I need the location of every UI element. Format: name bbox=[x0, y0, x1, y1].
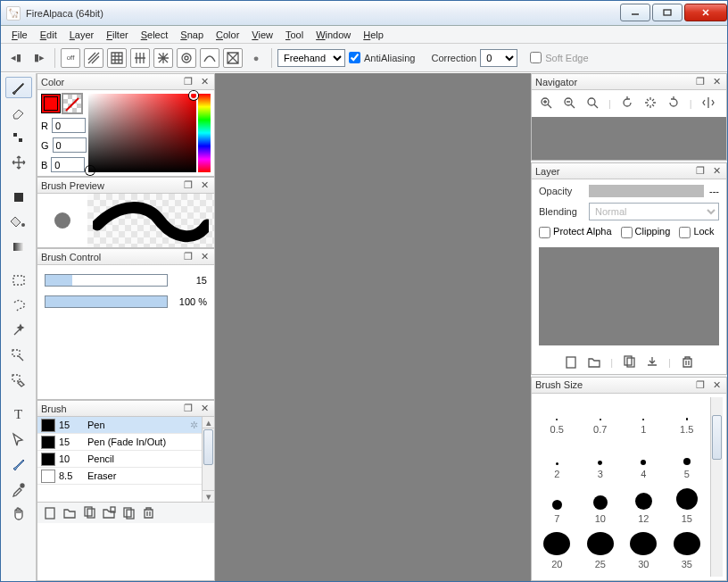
snap-off-button[interactable]: off bbox=[61, 48, 80, 68]
correction-select[interactable]: 0 bbox=[480, 49, 517, 67]
maximize-button[interactable] bbox=[652, 4, 682, 21]
copy-brush-button[interactable] bbox=[121, 505, 136, 521]
snap-grid-button[interactable] bbox=[107, 48, 127, 68]
menu-snap[interactable]: Snap bbox=[175, 28, 209, 42]
opacity-slider[interactable] bbox=[45, 295, 168, 308]
undock-icon[interactable]: ❐ bbox=[182, 76, 194, 88]
select-rect-tool[interactable] bbox=[5, 270, 32, 291]
close-icon[interactable]: ✕ bbox=[198, 179, 211, 192]
close-icon[interactable]: ✕ bbox=[710, 76, 723, 88]
undock-icon[interactable]: ❐ bbox=[182, 251, 194, 263]
new-folder-button[interactable] bbox=[587, 354, 601, 370]
menu-layer[interactable]: Layer bbox=[64, 28, 100, 42]
brushsize-scrollbar[interactable] bbox=[710, 397, 723, 577]
text-tool[interactable]: T bbox=[5, 403, 32, 425]
delete-brush-button[interactable] bbox=[141, 505, 155, 521]
brush-size-cell[interactable]: 3 bbox=[579, 442, 623, 479]
select-lasso-tool[interactable] bbox=[5, 295, 32, 316]
redo-button[interactable]: ▮▸ bbox=[29, 48, 49, 68]
minimize-button[interactable] bbox=[620, 4, 650, 21]
brush-size-cell[interactable]: 0.5 bbox=[535, 397, 579, 435]
snap-radial-button[interactable] bbox=[153, 48, 173, 68]
size-slider[interactable] bbox=[45, 274, 168, 287]
clipping-checkbox[interactable]: Clipping bbox=[621, 226, 671, 238]
rotate-reset-icon[interactable] bbox=[643, 96, 658, 112]
undock-icon[interactable]: ❐ bbox=[182, 179, 194, 192]
antialias-checkbox[interactable] bbox=[349, 52, 360, 63]
rotate-cw-icon[interactable] bbox=[666, 96, 681, 112]
brush-row[interactable]: 15Pen✲ bbox=[37, 417, 202, 434]
undock-icon[interactable]: ❐ bbox=[694, 76, 707, 88]
menu-color[interactable]: Color bbox=[211, 28, 244, 42]
select-eraser-tool[interactable] bbox=[5, 370, 32, 391]
menu-select[interactable]: Select bbox=[136, 28, 174, 42]
draw-mode-select[interactable]: Freehand bbox=[277, 49, 345, 67]
rotate-ccw-icon[interactable] bbox=[620, 96, 634, 112]
undo-button[interactable]: ◂▮ bbox=[6, 48, 26, 68]
g-input[interactable] bbox=[53, 137, 87, 153]
menu-view[interactable]: View bbox=[246, 28, 278, 42]
undock-icon[interactable]: ❐ bbox=[694, 165, 707, 178]
dup-brush-button[interactable] bbox=[82, 505, 96, 521]
operation-tool[interactable] bbox=[5, 428, 32, 450]
save-brush-button[interactable] bbox=[102, 505, 116, 521]
snap-curve-button[interactable] bbox=[200, 48, 219, 68]
undock-icon[interactable]: ❐ bbox=[182, 403, 194, 415]
delete-layer-button[interactable] bbox=[680, 354, 694, 370]
new-layer-button[interactable] bbox=[564, 354, 578, 370]
close-icon[interactable]: ✕ bbox=[198, 403, 211, 415]
menu-tool[interactable]: Tool bbox=[280, 28, 309, 42]
canvas[interactable] bbox=[215, 73, 531, 581]
brush-size-cell[interactable]: 1.5 bbox=[666, 397, 709, 435]
brush-size-cell[interactable]: 15 bbox=[666, 486, 709, 524]
close-icon[interactable]: ✕ bbox=[710, 378, 723, 391]
gradient-tool[interactable] bbox=[5, 236, 32, 257]
dot-tool[interactable] bbox=[5, 127, 32, 148]
zoom-out-icon[interactable] bbox=[562, 96, 576, 112]
brush-row[interactable]: 8.5Eraser bbox=[37, 468, 202, 485]
snap-circle-button[interactable] bbox=[177, 48, 196, 68]
snap-settings-button[interactable]: ● bbox=[246, 48, 266, 68]
hand-tool[interactable] bbox=[5, 503, 32, 525]
r-input[interactable] bbox=[52, 118, 86, 133]
snap-parallel-button[interactable] bbox=[84, 48, 103, 68]
background-swatch[interactable] bbox=[62, 94, 82, 113]
brush-size-cell[interactable]: 20 bbox=[535, 532, 579, 570]
magic-wand-tool[interactable] bbox=[5, 320, 32, 341]
close-icon[interactable]: ✕ bbox=[198, 251, 211, 263]
brush-size-cell[interactable]: 0.7 bbox=[579, 397, 623, 435]
snap-isometric-button[interactable] bbox=[130, 48, 150, 68]
select-pen-tool[interactable] bbox=[5, 345, 32, 366]
zoom-fit-icon[interactable] bbox=[585, 96, 600, 112]
color-field[interactable] bbox=[88, 94, 196, 172]
add-brush-button[interactable] bbox=[43, 505, 57, 521]
brush-size-cell[interactable]: 4 bbox=[622, 442, 666, 479]
move-tool[interactable] bbox=[5, 152, 32, 173]
menu-help[interactable]: Help bbox=[358, 28, 389, 42]
brush-row[interactable]: 10Pencil bbox=[37, 451, 202, 468]
merge-layer-button[interactable] bbox=[645, 354, 659, 370]
zoom-in-icon[interactable] bbox=[539, 96, 553, 112]
menu-file[interactable]: File bbox=[6, 28, 33, 42]
snap-vanish-button[interactable] bbox=[223, 48, 243, 68]
close-icon[interactable]: ✕ bbox=[710, 165, 723, 178]
fill-tool[interactable] bbox=[5, 186, 32, 207]
b-input[interactable] bbox=[51, 157, 85, 172]
brush-size-cell[interactable]: 5 bbox=[666, 442, 709, 479]
eyedropper-tool[interactable] bbox=[5, 478, 32, 500]
blending-select[interactable]: Normal bbox=[589, 203, 719, 220]
menu-filter[interactable]: Filter bbox=[101, 28, 133, 42]
brush-size-cell[interactable]: 7 bbox=[535, 486, 579, 524]
flip-icon[interactable] bbox=[701, 96, 716, 112]
brush-size-cell[interactable]: 25 bbox=[579, 532, 623, 570]
brush-size-cell[interactable]: 30 bbox=[622, 532, 666, 570]
menu-window[interactable]: Window bbox=[310, 28, 356, 42]
brush-size-cell[interactable]: 1 bbox=[622, 397, 666, 435]
undock-icon[interactable]: ❐ bbox=[694, 378, 707, 391]
add-folder-button[interactable] bbox=[62, 505, 77, 521]
layer-opacity-slider[interactable] bbox=[589, 185, 704, 197]
navigator-view[interactable] bbox=[532, 117, 726, 160]
brush-tool[interactable] bbox=[5, 77, 32, 98]
brush-size-cell[interactable]: 35 bbox=[666, 532, 709, 570]
eraser-tool[interactable] bbox=[5, 102, 32, 123]
